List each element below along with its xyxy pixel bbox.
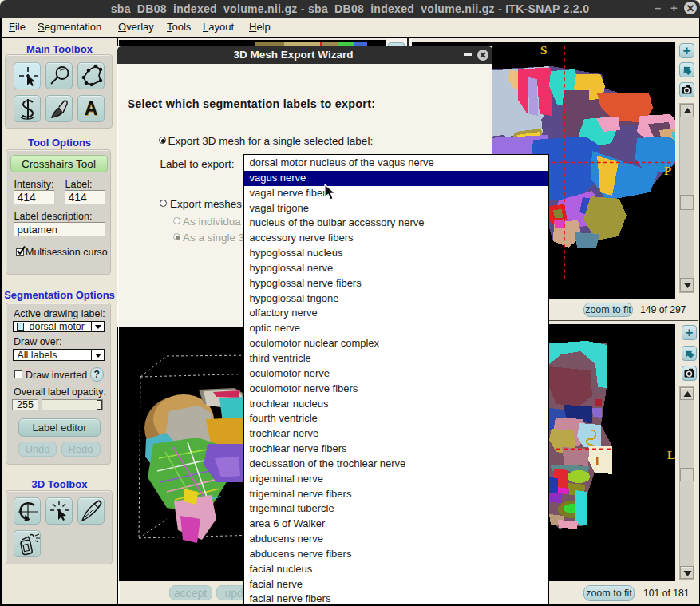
svg-text:L: L xyxy=(667,449,675,461)
svg-text:P: P xyxy=(664,164,671,177)
svg-text:S: S xyxy=(540,44,547,57)
